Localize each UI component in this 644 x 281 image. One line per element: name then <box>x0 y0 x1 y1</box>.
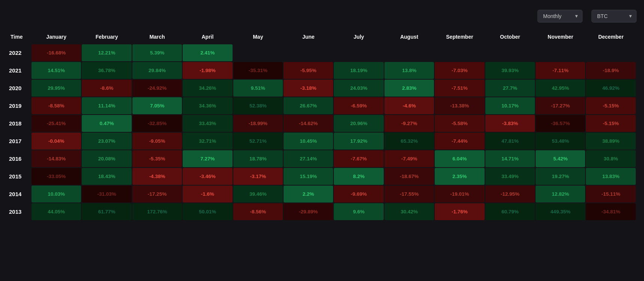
year-cell: 2019 <box>8 97 31 114</box>
data-cell: -32.85% <box>132 115 182 132</box>
data-cell: -0.04% <box>32 133 81 150</box>
data-cell: 14.71% <box>485 150 535 167</box>
data-cell: 6.04% <box>435 150 484 167</box>
data-cell: 5.42% <box>536 150 585 167</box>
data-cell: -16.68% <box>32 44 81 61</box>
data-cell: -3.18% <box>284 80 333 97</box>
data-cell <box>284 44 333 61</box>
data-cell: 44.05% <box>32 203 81 220</box>
data-cell: -17.27% <box>536 97 585 114</box>
year-cell: 2017 <box>8 133 31 150</box>
data-cell: -19.01% <box>435 186 484 202</box>
data-cell: 13.8% <box>384 62 434 79</box>
data-cell: 52.38% <box>233 97 283 114</box>
data-cell: -5.35% <box>132 150 182 167</box>
data-cell: -31.03% <box>82 186 131 202</box>
year-cell: 2020 <box>8 80 31 97</box>
data-cell: 27.7% <box>485 80 535 97</box>
table-row: 2019-8.58%11.14%7.05%34.36%52.38%26.67%-… <box>8 97 636 114</box>
data-cell: 34.36% <box>183 97 232 114</box>
data-cell: -12.95% <box>485 186 535 202</box>
data-cell <box>536 44 585 61</box>
type-select-wrapper: Monthly Weekly Daily ▼ <box>537 10 582 23</box>
data-cell: -34.81% <box>586 203 636 220</box>
symbol-select[interactable]: BTC ETH LTC <box>591 10 636 23</box>
data-cell: -17.25% <box>132 186 182 202</box>
data-cell: 10.45% <box>284 133 333 150</box>
data-cell: 29.84% <box>132 62 182 79</box>
data-cell: 15.19% <box>284 168 333 185</box>
data-cell: 9.51% <box>233 80 283 97</box>
data-cell <box>435 44 484 61</box>
data-cell: -35.31% <box>233 62 283 79</box>
data-cell: 8.2% <box>334 168 383 185</box>
table-row: 2016-14.83%20.08%-5.35%7.27%18.78%27.14%… <box>8 150 636 167</box>
data-cell: 17.92% <box>334 133 383 150</box>
table-body: 2022-16.68%12.21%5.39%2.41%202114.51%36.… <box>8 44 636 220</box>
data-cell: 12.21% <box>82 44 131 61</box>
data-cell: -7.67% <box>334 150 383 167</box>
col-header-june: June <box>284 30 333 44</box>
returns-table-container: Time JanuaryFebruaryMarchAprilMayJuneJul… <box>8 29 636 221</box>
data-cell: -1.98% <box>183 62 232 79</box>
data-cell: 34.26% <box>183 80 232 97</box>
data-cell: -8.58% <box>32 97 81 114</box>
data-cell: -6.59% <box>334 97 383 114</box>
data-cell: 60.79% <box>485 203 535 220</box>
data-cell: -7.51% <box>435 80 484 97</box>
data-cell: 39.93% <box>485 62 535 79</box>
data-cell: -8.56% <box>233 203 283 220</box>
data-cell: 30.42% <box>384 203 434 220</box>
data-cell <box>384 44 434 61</box>
data-cell: 172.76% <box>132 203 182 220</box>
returns-table: Time JanuaryFebruaryMarchAprilMayJuneJul… <box>8 29 636 221</box>
data-cell: 23.07% <box>82 133 131 150</box>
data-cell: -29.89% <box>284 203 333 220</box>
data-cell: -3.46% <box>183 168 232 185</box>
data-cell: 19.27% <box>536 168 585 185</box>
data-cell: 50.01% <box>183 203 232 220</box>
col-header-december: December <box>586 30 636 44</box>
data-cell: -5.15% <box>586 97 636 114</box>
data-cell: 7.05% <box>132 97 182 114</box>
data-cell: 53.48% <box>536 133 585 150</box>
data-cell: 10.17% <box>485 97 535 114</box>
data-cell: 2.83% <box>384 80 434 97</box>
data-cell: 12.82% <box>536 186 585 202</box>
data-cell: -18.99% <box>233 115 283 132</box>
data-cell: 30.8% <box>586 150 636 167</box>
data-cell: -14.83% <box>32 150 81 167</box>
data-cell: -18.67% <box>384 168 434 185</box>
data-cell: -3.83% <box>485 115 535 132</box>
data-cell: -17.55% <box>384 186 434 202</box>
data-cell: -7.03% <box>435 62 484 79</box>
data-cell: -15.11% <box>586 186 636 202</box>
data-cell: 11.14% <box>82 97 131 114</box>
data-cell: 20.08% <box>82 150 131 167</box>
type-select[interactable]: Monthly Weekly Daily <box>537 10 582 23</box>
col-header-january: January <box>32 30 81 44</box>
data-cell: 36.78% <box>82 62 131 79</box>
type-control: Monthly Weekly Daily ▼ <box>537 8 582 23</box>
year-cell: 2016 <box>8 150 31 167</box>
table-row: 202114.51%36.78%29.84%-1.98%-35.31%-5.95… <box>8 62 636 79</box>
data-cell: -5.58% <box>435 115 484 132</box>
year-cell: 2015 <box>8 168 31 185</box>
table-row: 202029.95%-8.6%-24.92%34.26%9.51%-3.18%2… <box>8 80 636 97</box>
data-cell: 9.6% <box>334 203 383 220</box>
data-cell: -7.11% <box>536 62 585 79</box>
data-cell: -1.76% <box>435 203 484 220</box>
table-row: 2022-16.68%12.21%5.39%2.41% <box>8 44 636 61</box>
data-cell: 32.71% <box>183 133 232 150</box>
data-cell: 27.14% <box>284 150 333 167</box>
controls-area: Monthly Weekly Daily ▼ BTC ETH LTC ▼ <box>537 8 636 23</box>
col-header-july: July <box>334 30 383 44</box>
data-cell: -9.27% <box>384 115 434 132</box>
data-cell: 39.46% <box>233 186 283 202</box>
table-row: 201344.05%61.77%172.76%50.01%-8.56%-29.8… <box>8 203 636 220</box>
col-header-april: April <box>183 30 232 44</box>
year-cell: 2021 <box>8 62 31 79</box>
data-cell: -5.15% <box>586 115 636 132</box>
data-cell: -25.41% <box>32 115 81 132</box>
data-cell <box>485 44 535 61</box>
